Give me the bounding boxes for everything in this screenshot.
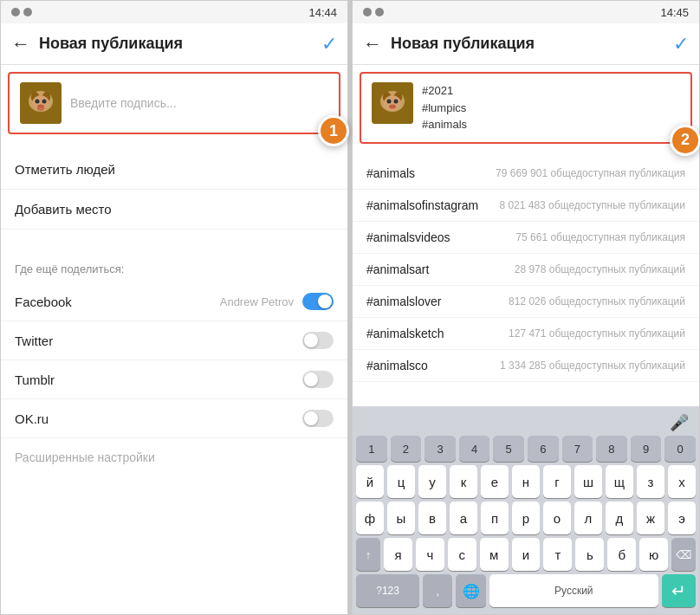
hashtag-row-animalsketch[interactable]: #animalsketch 127 471 общедоступных публ…: [353, 318, 699, 350]
hashtag-row-animalsart[interactable]: #animalsart 28 978 общедоступных публика…: [353, 254, 699, 286]
signal-dot-1: [11, 8, 20, 16]
advanced-settings-link[interactable]: Расширенные настройки: [1, 438, 347, 476]
key-э[interactable]: э: [668, 502, 696, 534]
key-с[interactable]: с: [448, 538, 476, 571]
annotation-2: 2: [670, 125, 700, 156]
enter-key[interactable]: ↵: [662, 574, 696, 607]
annotation-1: 1: [318, 115, 349, 146]
globe-key[interactable]: 🌐: [456, 574, 485, 607]
key-н[interactable]: н: [512, 465, 540, 498]
key-5[interactable]: 5: [493, 436, 524, 462]
right-confirm-button[interactable]: ✓: [673, 33, 689, 55]
key-п[interactable]: п: [481, 502, 509, 534]
comma-key[interactable]: ,: [423, 574, 452, 607]
key-о[interactable]: о: [543, 502, 571, 534]
key-и[interactable]: и: [512, 538, 541, 571]
key-9[interactable]: 9: [631, 436, 662, 462]
right-panel: 14:45 ← Новая публикация ✓ #2021 #lum: [352, 0, 700, 615]
hashtag-animalsketch-count: 127 471 общедоступных публикаций: [509, 327, 685, 340]
share-section-label: Где ещё поделиться:: [1, 247, 347, 282]
key-2[interactable]: 2: [391, 436, 422, 462]
svg-point-13: [387, 100, 392, 104]
caption-thumbnail: [20, 82, 62, 124]
signal-dot-2: [23, 8, 32, 16]
key-ф[interactable]: ф: [356, 502, 384, 534]
key-й[interactable]: й: [356, 465, 384, 498]
key-в[interactable]: в: [418, 502, 446, 534]
key-ь[interactable]: ь: [575, 538, 604, 571]
key-ш[interactable]: ш: [574, 465, 602, 498]
key-е[interactable]: е: [481, 465, 509, 498]
hashtag-row-animalsco[interactable]: #animalsco 1 334 285 общедоступных публи…: [353, 350, 699, 382]
caption-input-area[interactable]: Введите подпись...: [8, 72, 340, 134]
hashtag-animalslover: #animalslover: [366, 295, 441, 308]
key-ц[interactable]: ц: [387, 465, 415, 498]
tumblr-toggle[interactable]: [302, 371, 334, 388]
key-т[interactable]: т: [543, 538, 572, 571]
hashtag-suggestions-list: #animals 79 669 901 общедоступная публик…: [353, 158, 699, 407]
right-back-button[interactable]: ←: [363, 33, 382, 55]
right-status-bar: 14:45: [353, 1, 699, 23]
key-д[interactable]: д: [606, 502, 633, 534]
left-page-title: Новая публикация: [39, 35, 321, 53]
facebook-item: Facebook Andrew Petrov: [1, 282, 347, 321]
hashtag-animalslover-count: 812 026 общедоступных публикаций: [509, 295, 685, 308]
hashtag-animalsofinstagram: #animalsofinstagram: [366, 198, 478, 212]
keyboard: 🎤 1 2 3 4 5 6 7 8 9 0 й ц у к е н г ш щ …: [353, 406, 699, 614]
num-switch-key[interactable]: ?123: [356, 574, 419, 607]
hashtag-row-animalsvideos[interactable]: #animalsvideos 75 661 общедоступная публ…: [353, 222, 699, 254]
key-ы[interactable]: ы: [387, 502, 415, 534]
twitter-toggle[interactable]: [302, 332, 334, 349]
hashtag-caption-text: #2021 #lumpics #animals: [422, 82, 467, 133]
key-а[interactable]: а: [450, 502, 477, 534]
key-б[interactable]: б: [607, 538, 636, 571]
key-м[interactable]: м: [480, 538, 509, 571]
mic-icon[interactable]: 🎤: [670, 413, 689, 432]
facebook-right: Andrew Petrov: [220, 293, 334, 310]
okru-item: OK.ru: [1, 399, 347, 438]
left-status-bar: 14:44: [1, 1, 347, 23]
tag-people-label: Отметить людей: [15, 162, 115, 177]
hashtag-animals-count: 79 669 901 общедоступная публикация: [496, 167, 685, 179]
key-8[interactable]: 8: [596, 436, 627, 462]
hashtag-animalsco: #animalsco: [366, 359, 428, 372]
key-х[interactable]: х: [668, 465, 696, 498]
key-ч[interactable]: ч: [416, 538, 444, 571]
key-6[interactable]: 6: [528, 436, 559, 462]
key-4[interactable]: 4: [459, 436, 490, 462]
facebook-toggle[interactable]: [302, 293, 334, 310]
key-1[interactable]: 1: [356, 436, 387, 462]
left-back-button[interactable]: ←: [11, 33, 30, 55]
okru-toggle[interactable]: [302, 410, 334, 427]
key-з[interactable]: з: [637, 465, 664, 498]
key-г[interactable]: г: [543, 465, 571, 498]
key-я[interactable]: я: [384, 538, 412, 571]
facebook-user: Andrew Petrov: [220, 295, 294, 308]
key-3[interactable]: 3: [425, 436, 456, 462]
hashtag-row-animalsofinstagram[interactable]: #animalsofinstagram 8 021 483 общедоступ…: [353, 190, 699, 222]
keyboard-row-2: ф ы в а п р о л д ж э: [356, 502, 696, 534]
okru-label: OK.ru: [15, 411, 49, 426]
left-status-icons: [11, 8, 32, 16]
key-щ[interactable]: щ: [606, 465, 633, 498]
tag-people-item[interactable]: Отметить людей: [1, 150, 347, 190]
key-ю[interactable]: ю: [639, 538, 668, 571]
right-status-time: 14:45: [660, 6, 689, 19]
left-confirm-button[interactable]: ✓: [321, 33, 337, 55]
hashtag-animalsco-count: 1 334 285 общедоступных публикаций: [500, 359, 685, 372]
hashtag-caption-area[interactable]: #2021 #lumpics #animals: [360, 72, 692, 144]
key-0[interactable]: 0: [664, 436, 696, 462]
key-к[interactable]: к: [450, 465, 477, 498]
key-7[interactable]: 7: [562, 436, 593, 462]
hashtag-row-animals[interactable]: #animals 79 669 901 общедоступная публик…: [353, 158, 699, 190]
key-р[interactable]: р: [512, 502, 540, 534]
add-location-item[interactable]: Добавить место: [1, 190, 347, 230]
key-л[interactable]: л: [574, 502, 602, 534]
hashtag-row-animalslover[interactable]: #animalslover 812 026 общедоступных публ…: [353, 286, 699, 318]
key-ж[interactable]: ж: [637, 502, 664, 534]
twitter-label: Twitter: [15, 333, 53, 348]
key-у[interactable]: у: [418, 465, 446, 498]
space-key[interactable]: Русский: [489, 574, 658, 607]
shift-key[interactable]: ↑: [356, 538, 380, 571]
backspace-key[interactable]: ⌫: [671, 538, 696, 571]
